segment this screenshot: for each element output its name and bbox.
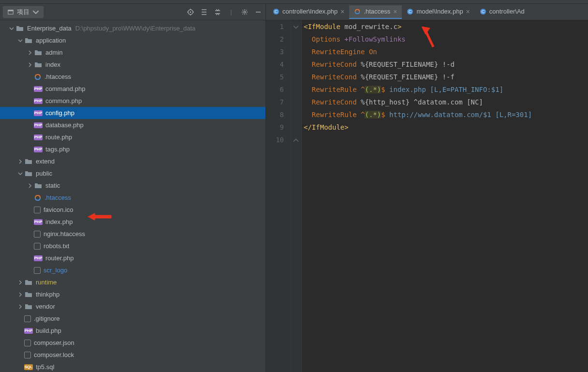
folder-icon (24, 158, 33, 165)
php-icon: PHP (34, 134, 43, 140)
folder-icon (34, 61, 43, 69)
tab-label: controller\Index.php (282, 8, 338, 15)
chevron-right-icon[interactable] (17, 292, 23, 297)
tree-item[interactable]: vendor (0, 300, 265, 312)
tree-item[interactable]: public (0, 167, 265, 179)
collapse-all-icon[interactable] (213, 8, 222, 16)
php-icon: PHP (34, 98, 43, 104)
tree-item[interactable]: favicon.ico (0, 204, 265, 216)
tree-item[interactable]: PHPconfig.php (0, 107, 265, 119)
svg-rect-1 (8, 10, 14, 11)
tree-item[interactable]: scr_logo (0, 264, 265, 276)
tab-label: model\Index.php (416, 8, 463, 15)
file-icon (34, 243, 41, 250)
chevron-right-icon[interactable] (17, 304, 23, 309)
fold-gutter[interactable] (291, 20, 302, 372)
tree-item-label: database.php (45, 121, 84, 129)
tree-item-label: thinkphp (36, 291, 59, 298)
editor-tab[interactable]: .htaccess× (349, 5, 402, 19)
tree-item[interactable]: thinkphp (0, 288, 265, 300)
line-gutter: 12345678910 (266, 20, 291, 372)
tree-item-label: tp5.sql (36, 363, 54, 371)
tree-item[interactable]: composer.json (0, 337, 265, 349)
breadcrumb-bar (0, 0, 588, 4)
tree-item[interactable]: PHPcommand.php (0, 83, 265, 95)
tree-item-label: .gitignore (34, 315, 59, 322)
close-icon[interactable]: × (466, 8, 470, 15)
chevron-right-icon[interactable] (27, 50, 33, 55)
tree-item[interactable]: PHProuter.php (0, 252, 265, 264)
svg-text:C: C (482, 9, 485, 14)
minimize-icon[interactable] (254, 8, 263, 16)
tree-item-label: route.php (45, 134, 72, 141)
htaccess-icon (34, 194, 42, 202)
divider: | (227, 8, 235, 16)
expand-all-icon[interactable] (200, 8, 208, 16)
code-editor[interactable]: 12345678910 <IfModule mod_rewrite.c> Opt… (266, 20, 588, 372)
tree-item-label: .htaccess (44, 194, 71, 201)
tree-item[interactable]: application (0, 34, 265, 46)
gear-icon[interactable] (240, 8, 249, 16)
tree-item[interactable]: .gitignore (0, 312, 265, 325)
tree-item-label: common.php (45, 97, 82, 104)
svg-point-4 (244, 11, 246, 13)
tree-item-label: router.php (45, 254, 74, 262)
tree-item[interactable]: robots.txt (0, 240, 265, 252)
class-icon: C (407, 8, 413, 15)
tree-item[interactable]: SQLtp5.sql (0, 361, 265, 372)
folder-icon (24, 37, 33, 45)
php-icon: PHP (34, 110, 43, 116)
file-icon (34, 207, 41, 213)
tree-item[interactable]: index (0, 59, 265, 71)
close-icon[interactable]: × (340, 8, 344, 15)
svg-point-3 (190, 11, 191, 13)
tree-item-label: public (36, 170, 52, 177)
tree-item[interactable]: Enterprise_dataD:\phpstudy_pro\WWW\dy\En… (0, 22, 265, 34)
svg-text:C: C (409, 9, 412, 14)
project-tree[interactable]: Enterprise_dataD:\phpstudy_pro\WWW\dy\En… (0, 20, 265, 372)
tree-item[interactable]: composer.lock (0, 349, 265, 361)
tab-label: .htaccess (364, 8, 390, 15)
file-icon (34, 231, 41, 238)
tree-item[interactable]: PHPdatabase.php (0, 119, 265, 131)
project-toolbar: 项目 | (0, 4, 265, 20)
tree-item[interactable]: nginx.htaccess (0, 228, 265, 240)
tree-item-label: index.php (45, 218, 73, 225)
tree-item[interactable]: extend (0, 155, 265, 167)
tree-item-label: favicon.ico (44, 206, 73, 213)
tree-item[interactable]: admin (0, 46, 265, 59)
tree-item-label: runtime (36, 279, 57, 286)
locate-icon[interactable] (186, 8, 195, 16)
tree-item-label: scr_logo (44, 267, 67, 274)
php-icon: PHP (34, 255, 43, 261)
tree-item-label: command.php (45, 85, 85, 92)
chevron-right-icon[interactable] (17, 159, 23, 164)
tree-item[interactable]: PHPbuild.php (0, 325, 265, 337)
tree-item-label: Enterprise_data (27, 25, 72, 32)
editor-tab[interactable]: Ccontroller\Index.php× (268, 5, 349, 19)
tree-item[interactable]: PHPtags.php (0, 143, 265, 155)
chevron-right-icon[interactable] (27, 183, 33, 188)
tab-label: controller\Ad (489, 8, 525, 15)
chevron-down-icon[interactable] (17, 38, 23, 43)
tree-item[interactable]: static (0, 179, 265, 192)
tree-item-label: .htaccess (44, 73, 71, 80)
close-icon[interactable]: × (393, 8, 397, 15)
chevron-down-icon[interactable] (17, 171, 23, 176)
chevron-right-icon[interactable] (17, 280, 23, 285)
tree-item[interactable]: PHPindex.php (0, 216, 265, 228)
code-area[interactable]: <IfModule mod_rewrite.c> Options +Follow… (302, 20, 588, 372)
chevron-down-icon[interactable] (9, 26, 15, 31)
tree-item[interactable]: PHPcommon.php (0, 95, 265, 107)
chevron-right-icon[interactable] (27, 62, 33, 67)
tree-item-label: extend (36, 158, 55, 165)
project-selector[interactable]: 项目 (3, 6, 44, 18)
htaccess-icon (354, 8, 361, 15)
editor-tab[interactable]: Cmodel\Index.php× (402, 5, 474, 19)
editor-tab[interactable]: Ccontroller\Ad (475, 5, 529, 19)
tree-item[interactable]: .htaccess (0, 71, 265, 83)
tree-item[interactable]: PHProute.php (0, 131, 265, 143)
tree-item[interactable]: runtime (0, 276, 265, 288)
file-icon (24, 352, 31, 358)
tree-item[interactable]: .htaccess (0, 192, 265, 204)
